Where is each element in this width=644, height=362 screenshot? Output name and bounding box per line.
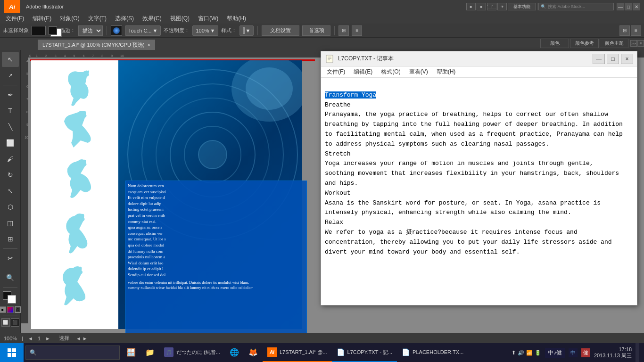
panels-menu[interactable]: ≡: [637, 40, 644, 47]
taskbar-item-notepad-ph[interactable]: 📄 PLACEHOLDER.TX...: [397, 343, 468, 362]
tool-sep-1: [3, 85, 17, 85]
taskbar-search[interactable]: 🔍: [25, 346, 120, 360]
restore-btn[interactable]: □: [625, 3, 632, 10]
ime-lang[interactable]: 中: [569, 348, 578, 357]
menu-select[interactable]: 选择(S): [111, 14, 138, 24]
color-theme-panel-btn[interactable]: 颜色主题: [600, 39, 628, 48]
tray-icon-2[interactable]: 🔊: [518, 350, 524, 356]
sep2: [257, 26, 258, 35]
menu-window[interactable]: 窗口(W): [194, 14, 222, 24]
notepad-maximize-btn[interactable]: □: [607, 54, 619, 64]
plugin-icon-3[interactable]: ⬛⬛: [487, 3, 496, 10]
taskbar-item-ie[interactable]: 🌐: [225, 343, 244, 362]
notepad-menu-help[interactable]: 帮助(H): [433, 67, 460, 77]
color-ref-panel-btn[interactable]: 颜色参考: [570, 39, 599, 48]
notepad-content[interactable]: Transform Yoga Breathe Pranayama, the yo…: [321, 78, 637, 305]
notepad-menu-file[interactable]: 文件(F): [323, 67, 349, 77]
tray-icon-3[interactable]: 📶: [526, 350, 533, 356]
nav-prev[interactable]: ◄: [28, 336, 33, 341]
notepad-menubar: 文件(F) 编辑(E) 格式(O) 查看(V) 帮助(H): [321, 66, 637, 78]
tool-scissors[interactable]: ✂: [2, 251, 19, 266]
taskbar-item-firefox[interactable]: 🦊: [244, 343, 263, 362]
menu-view[interactable]: 视图(Q): [166, 14, 193, 24]
close-btn[interactable]: ✕: [633, 3, 640, 10]
nav-arrows[interactable]: ◄ ►: [76, 336, 88, 341]
toggle-icon-2[interactable]: ≡: [631, 25, 641, 36]
stock-search[interactable]: 🔍 搜索 Adobe Stock...: [538, 3, 614, 10]
tool-blend[interactable]: ⬡: [2, 199, 19, 214]
color-swatches[interactable]: [3, 291, 18, 304]
stroke-control[interactable]: [49, 26, 57, 35]
text-box-overlay[interactable]: Num doloreetum ven esequam ver suscipist…: [125, 181, 307, 333]
normal-mode-btn[interactable]: ⬜: [1, 318, 10, 327]
menu-help[interactable]: 帮助(H): [223, 14, 250, 24]
plugin-icon-2[interactable]: ■: [477, 3, 486, 10]
start-button[interactable]: [0, 343, 24, 362]
doc-settings-btn[interactable]: 文档设置: [262, 25, 299, 36]
fill-color[interactable]: [32, 26, 46, 35]
tool-paintbrush[interactable]: 🖌: [2, 151, 19, 166]
tool-gradient[interactable]: ◫: [2, 215, 19, 230]
tray-icon-1[interactable]: ⬆: [512, 350, 516, 356]
arrange-icon[interactable]: ⊞: [339, 25, 349, 36]
menu-object[interactable]: 对象(O): [56, 14, 83, 24]
menu-edit[interactable]: 编辑(E): [29, 14, 55, 24]
color-panel-btn[interactable]: 颜色: [540, 39, 569, 48]
tool-rotate[interactable]: ↻: [2, 167, 19, 182]
stroke-select[interactable]: 描边: [78, 25, 103, 36]
tool-zoom[interactable]: 🔍: [2, 270, 19, 285]
tool-direct-select[interactable]: ↗: [2, 68, 19, 83]
notepad-menu-edit[interactable]: 编辑(E): [350, 67, 376, 77]
tool-line[interactable]: ╲: [2, 119, 19, 134]
fill-none-btn[interactable]: ∅: [15, 306, 21, 313]
taskbar-item-notepad-l7[interactable]: 📄 L7COPY.TXT - 記...: [332, 343, 397, 362]
text-line-9: consequat alisim ver: [128, 230, 305, 237]
nav-next[interactable]: ►: [45, 336, 50, 341]
panels-expand[interactable]: >>: [630, 40, 637, 47]
notepad-titlebar: L7COPY.TXT - 记事本 — □ ×: [321, 51, 637, 66]
style-control[interactable]: ▼: [239, 25, 254, 36]
tool-scale[interactable]: ⤡: [2, 183, 19, 198]
tool-mesh[interactable]: ⊞: [2, 231, 19, 247]
taskbar-item-cortana[interactable]: 🪟: [122, 343, 140, 362]
menu-file[interactable]: 文件(F): [2, 14, 28, 24]
text-line-1: Num doloreetum ven: [128, 183, 305, 189]
function-label[interactable]: 基本功能: [508, 3, 536, 10]
opacity-value[interactable]: 100% ▼: [192, 25, 218, 36]
show-desktop-btn[interactable]: [636, 343, 639, 362]
document-tab[interactable]: L7START_1.AI* @ 100% (CMYK/GPU 预选) ×: [38, 40, 155, 50]
taskbar-item-music[interactable]: 🎵 だつたのに (純音...: [159, 343, 225, 362]
tab-close-btn[interactable]: ×: [148, 42, 150, 48]
tool-type[interactable]: T: [2, 103, 19, 118]
plugin-icon-4[interactable]: ✈: [497, 3, 507, 10]
menu-text[interactable]: 文字(T): [84, 14, 110, 24]
fill-gradient-btn[interactable]: [7, 306, 14, 313]
plugin-icon-1[interactable]: ■: [466, 3, 476, 10]
tool-rect[interactable]: ⬜: [2, 135, 19, 150]
touch-control[interactable]: Touch C... ▼: [125, 25, 161, 36]
yoga-fig-4: [36, 211, 111, 263]
taskbar-item-explorer[interactable]: 📁: [140, 343, 159, 362]
system-clock[interactable]: 17:18 2013.11.13 周三: [594, 346, 632, 359]
taskbar-item-illustrator[interactable]: Ai L7START_1.AI* @...: [263, 343, 332, 362]
notepad-menu-view[interactable]: 查看(V): [405, 67, 432, 77]
screen-mode-btn[interactable]: ⬛: [11, 318, 19, 327]
notepad-close-btn[interactable]: ×: [621, 54, 633, 64]
notepad-menu-format[interactable]: 格式(O): [377, 67, 404, 77]
tray-icon-4[interactable]: 🔋: [535, 350, 541, 356]
align-icon[interactable]: ≡: [352, 25, 362, 36]
ime-indicator[interactable]: 中♪健: [545, 348, 565, 358]
notepad-minimize-btn[interactable]: —: [593, 54, 605, 64]
workout-heading: Workout: [325, 189, 351, 197]
fill-color-btn[interactable]: ■: [0, 306, 6, 313]
toggle-icon-1[interactable]: ⊟: [619, 25, 630, 36]
tool-sep-5: [3, 315, 17, 315]
color-swatch[interactable]: [111, 25, 122, 36]
minimize-btn[interactable]: —: [617, 3, 624, 10]
menu-effect[interactable]: 效果(C): [139, 14, 165, 24]
preferences-btn[interactable]: 首选项: [302, 25, 330, 36]
tool-pen[interactable]: ✒: [2, 87, 19, 102]
ruler-corner: [21, 50, 28, 58]
tool-select[interactable]: ↖: [2, 52, 19, 67]
ime-mode[interactable]: 健: [581, 348, 590, 357]
